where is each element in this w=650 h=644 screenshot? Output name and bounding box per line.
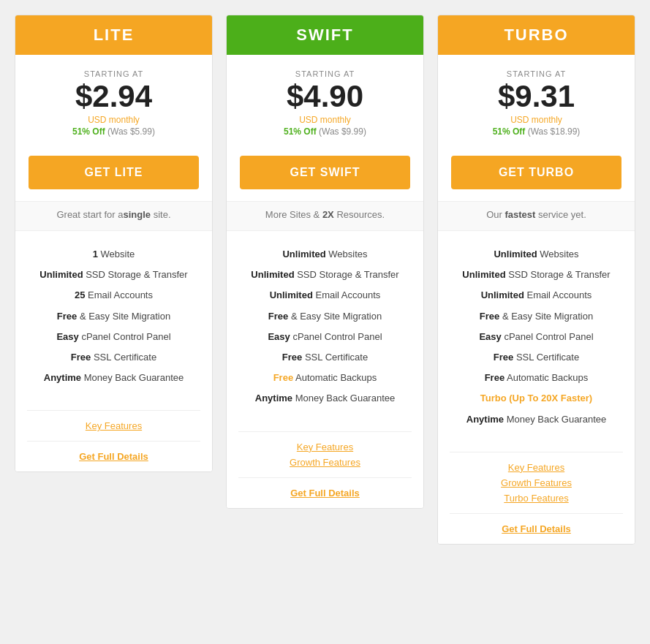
plan-header-lite: LITE: [15, 15, 212, 55]
plan-title-turbo: TURBO: [445, 26, 627, 45]
feature-item: Free & Easy Site Migration: [27, 306, 200, 327]
feature-item: Unlimited SSD Storage & Transfer: [238, 265, 412, 285]
feature-item: Anytime Money Back Guarantee: [450, 409, 623, 430]
cta-button-turbo[interactable]: GET TURBO: [451, 156, 621, 189]
feature-item: Free SSL Certificate: [238, 347, 412, 368]
discount-lite: 51% Off (Was $5.99): [23, 126, 205, 137]
link-turbo-features-turbo[interactable]: Turbo Features: [450, 490, 623, 506]
feature-item: Free Automatic Backups: [450, 368, 623, 388]
features-list-swift: Unlimited WebsitesUnlimited SSD Storage …: [227, 231, 423, 417]
feature-item: Unlimited Email Accounts: [238, 285, 412, 306]
starting-at-label-turbo: STARTING AT: [445, 69, 627, 78]
full-details-swift[interactable]: Get Full Details: [238, 485, 412, 501]
plan-header-turbo: TURBO: [438, 15, 635, 55]
plan-card-lite: LITESTARTING AT$2.94USD monthly51% Off (…: [15, 15, 213, 472]
plan-tagline-swift: More Sites & 2X Resources.: [227, 201, 423, 231]
discount-turbo: 51% Off (Was $18.99): [445, 126, 627, 137]
feature-item: Easy cPanel Control Panel: [238, 327, 412, 347]
starting-at-label-swift: STARTING AT: [234, 69, 416, 78]
discount-swift: 51% Off (Was $9.99): [234, 126, 416, 137]
link-growth-features-turbo[interactable]: Growth Features: [450, 475, 623, 490]
usd-monthly-swift: USD monthly: [234, 115, 416, 125]
plan-header-swift: SWIFT: [227, 15, 423, 55]
feature-item: Unlimited Websites: [450, 244, 623, 265]
plan-card-swift: SWIFTSTARTING AT$4.90USD monthly51% Off …: [226, 15, 424, 509]
link-key-features-lite[interactable]: Key Features: [27, 418, 200, 433]
full-details-turbo[interactable]: Get Full Details: [450, 521, 623, 537]
feature-item: Turbo (Up To 20X Faster): [450, 388, 623, 409]
link-growth-features-swift[interactable]: Growth Features: [238, 455, 412, 470]
starting-at-label-lite: STARTING AT: [23, 69, 205, 78]
feature-item: Anytime Money Back Guarantee: [27, 368, 200, 388]
plan-links-lite: Key FeaturesGet Full Details: [15, 395, 212, 471]
feature-item: Free SSL Certificate: [27, 347, 200, 368]
feature-item: Free & Easy Site Migration: [450, 306, 623, 327]
feature-item: Free Automatic Backups: [238, 368, 412, 388]
feature-item: Easy cPanel Control Panel: [27, 327, 200, 347]
plan-title-swift: SWIFT: [234, 26, 416, 45]
full-details-lite[interactable]: Get Full Details: [27, 449, 200, 464]
feature-item: Unlimited Websites: [238, 244, 412, 265]
feature-item: 1 Website: [27, 244, 200, 265]
link-key-features-turbo[interactable]: Key Features: [450, 460, 623, 475]
plan-card-turbo: TURBOSTARTING AT$9.31USD monthly51% Off …: [437, 15, 635, 545]
cta-button-lite[interactable]: GET LITE: [29, 156, 199, 189]
features-list-lite: 1 WebsiteUnlimited SSD Storage & Transfe…: [15, 231, 212, 395]
plan-title-lite: LITE: [23, 26, 205, 45]
plan-pricing-swift: STARTING AT$4.90USD monthly51% Off (Was …: [227, 55, 423, 144]
plans-container: LITESTARTING AT$2.94USD monthly51% Off (…: [15, 15, 635, 545]
plan-pricing-turbo: STARTING AT$9.31USD monthly51% Off (Was …: [438, 55, 635, 144]
price-turbo: $9.31: [445, 81, 627, 112]
features-list-turbo: Unlimited WebsitesUnlimited SSD Storage …: [438, 231, 635, 437]
feature-item: Free SSL Certificate: [450, 347, 623, 368]
plan-tagline-turbo: Our fastest service yet.: [438, 201, 635, 231]
plan-tagline-lite: Great start for asingle site.: [15, 201, 212, 231]
link-key-features-swift[interactable]: Key Features: [238, 439, 412, 455]
price-swift: $4.90: [234, 81, 416, 112]
usd-monthly-lite: USD monthly: [23, 115, 205, 125]
price-lite: $2.94: [23, 81, 205, 112]
feature-item: 25 Email Accounts: [27, 285, 200, 306]
feature-item: Easy cPanel Control Panel: [450, 327, 623, 347]
cta-button-swift[interactable]: GET SWIFT: [240, 156, 410, 189]
usd-monthly-turbo: USD monthly: [445, 115, 627, 125]
feature-item: Free & Easy Site Migration: [238, 306, 412, 327]
plan-pricing-lite: STARTING AT$2.94USD monthly51% Off (Was …: [15, 55, 212, 144]
plan-links-swift: Key FeaturesGrowth FeaturesGet Full Deta…: [227, 417, 423, 508]
feature-item: Anytime Money Back Guarantee: [238, 388, 412, 409]
feature-item: Unlimited SSD Storage & Transfer: [27, 265, 200, 285]
feature-item: Unlimited SSD Storage & Transfer: [450, 265, 623, 285]
plan-links-turbo: Key FeaturesGrowth FeaturesTurbo Feature…: [438, 437, 635, 544]
feature-item: Unlimited Email Accounts: [450, 285, 623, 306]
